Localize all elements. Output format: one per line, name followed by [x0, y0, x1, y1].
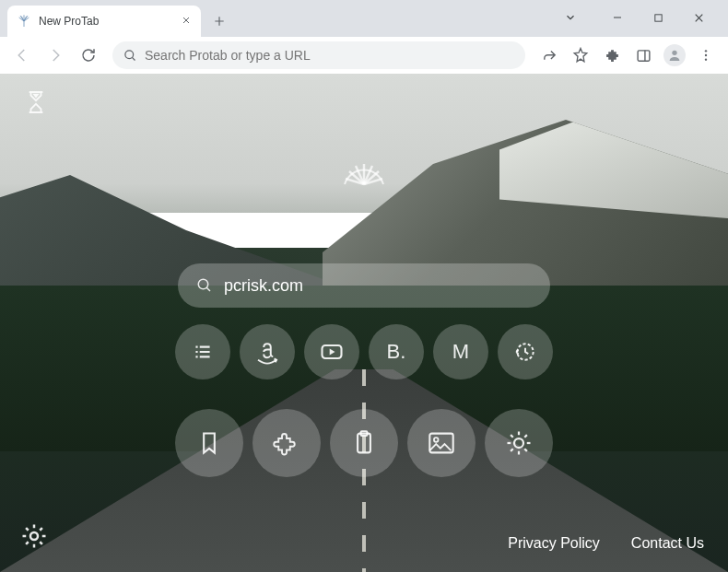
search-icon [196, 277, 213, 294]
youtube-icon[interactable] [304, 324, 359, 379]
footer-links: Privacy Policy Contact Us [508, 535, 704, 552]
extensions-icon[interactable] [597, 41, 627, 70]
window-controls [557, 4, 721, 31]
svg-line-26 [511, 435, 513, 438]
share-icon[interactable] [534, 41, 564, 70]
bookmark-star-icon[interactable] [566, 41, 595, 70]
minimize-button[interactable] [599, 4, 636, 31]
gmail-letter: M [452, 340, 469, 364]
quick-links-row-2 [175, 409, 553, 477]
profile-button[interactable] [660, 41, 689, 70]
svg-point-4 [705, 50, 707, 52]
list-icon[interactable] [175, 324, 230, 379]
svg-line-27 [524, 449, 527, 451]
settings-button[interactable] [20, 522, 48, 554]
svg-rect-0 [654, 14, 661, 20]
gmail-icon[interactable]: M [433, 324, 488, 379]
svg-rect-2 [638, 50, 650, 60]
svg-line-29 [524, 435, 527, 438]
booking-letter: B. [387, 340, 406, 364]
avatar-icon [663, 44, 686, 66]
image-icon[interactable] [407, 409, 476, 477]
search-icon [123, 49, 137, 63]
address-bar [0, 37, 728, 74]
browser-tab[interactable]: New ProTab [7, 6, 201, 37]
svg-point-3 [672, 51, 676, 55]
tab-title: New ProTab [39, 15, 173, 28]
page-search-bar[interactable] [178, 263, 550, 308]
chevron-down-icon[interactable] [557, 4, 584, 31]
svg-point-30 [30, 532, 38, 540]
puzzle-icon[interactable] [252, 409, 321, 477]
back-button[interactable] [7, 41, 37, 70]
side-panel-icon[interactable] [628, 41, 658, 70]
booking-icon[interactable]: B. [369, 324, 424, 379]
page-content: B. M Privacy Policy Contact Us [0, 74, 728, 572]
forward-button[interactable] [41, 41, 70, 70]
amazon-icon[interactable] [240, 324, 295, 379]
close-icon[interactable] [181, 15, 192, 29]
tab-favicon-icon [17, 14, 31, 29]
close-window-button[interactable] [680, 4, 717, 31]
toolbar-right [534, 41, 721, 70]
quick-links-row-1: B. M [175, 324, 553, 379]
maximize-button[interactable] [640, 4, 676, 31]
browser-chrome: New ProTab [0, 0, 728, 74]
page-search-input[interactable] [224, 276, 532, 296]
gear-icon [20, 522, 48, 550]
svg-point-20 [434, 438, 439, 442]
sun-logo-icon [335, 147, 393, 190]
menu-button[interactable] [691, 41, 721, 70]
contact-us-link[interactable]: Contact Us [631, 535, 704, 552]
hourglass-icon[interactable] [26, 90, 46, 118]
svg-point-21 [514, 438, 523, 448]
tab-bar: New ProTab [0, 0, 728, 37]
svg-line-28 [511, 449, 513, 451]
omnibox-input[interactable] [145, 48, 514, 63]
svg-point-6 [705, 58, 707, 60]
bookmark-icon[interactable] [175, 409, 243, 477]
privacy-policy-link[interactable]: Privacy Policy [508, 535, 600, 552]
history-icon[interactable] [498, 324, 553, 379]
svg-point-14 [198, 279, 208, 289]
svg-point-5 [705, 54, 707, 56]
svg-point-1 [125, 50, 134, 58]
omnibox[interactable] [112, 41, 525, 69]
brightness-icon[interactable] [485, 409, 553, 477]
reload-button[interactable] [74, 41, 103, 70]
clipboard-icon[interactable] [330, 409, 398, 477]
new-tab-button[interactable] [206, 8, 232, 34]
